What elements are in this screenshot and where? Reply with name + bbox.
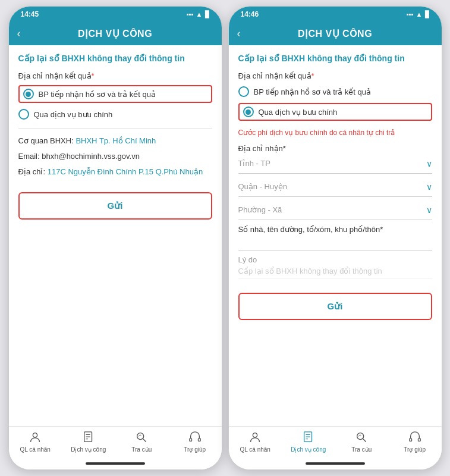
status-bar-2: 14:46 ▪▪▪ ▲ ▊ [229,7,442,22]
nav-ql-ca-nhan-2[interactable]: QL cá nhân [229,430,282,453]
svg-rect-8 [198,439,200,441]
bottom-nav-1: QL cá nhân Dịch vụ công [9,426,222,458]
tinh-placeholder: Tỉnh - TP [238,159,270,168]
nav-label-tc-2: Tra cứu [351,446,372,453]
search-icon-1 [134,430,149,444]
radio-option-1b[interactable]: Qua dịch vụ bưu chính [18,108,212,121]
radio-circle-2a [238,86,249,97]
content-1: Cấp lại sổ BHXH không thay đổi thông tin… [9,45,222,426]
send-button-2[interactable]: Gửi [238,293,432,320]
email-label: Email: [18,152,40,161]
time-2: 14:46 [241,10,259,18]
send-button-1[interactable]: Gửi [18,192,212,220]
phuong-arrow-icon: ∨ [426,205,432,215]
nav-label-ql-2: QL cá nhân [240,446,270,453]
radio-circle-1b [18,109,29,120]
co-quan-label: Cơ quan BHXH: [18,136,74,145]
radio-group-2: BP tiếp nhận hồ sơ và trả kết quả Qua dị… [238,85,432,121]
radio-label-2a: BP tiếp nhận hồ sơ và trả kết quả [254,87,371,96]
content-2: Cấp lại sổ BHXH không thay đổi thông tin… [229,45,442,426]
signal-icon: ▪▪▪ [187,11,194,18]
tinh-dropdown[interactable]: Tỉnh - TP ∨ [238,154,432,174]
header-1: ‹ DỊCH VỤ CÔNG [9,22,222,45]
person-icon-1 [28,430,42,444]
back-button-1[interactable]: ‹ [17,27,21,40]
status-icons-1: ▪▪▪ ▲ ▊ [187,11,210,18]
search-icon-2 [354,430,369,444]
ly-do-label-2: Lý do [238,255,432,264]
nav-label-tc-1: Tra cứu [131,446,152,453]
nav-dich-vu-cong-1[interactable]: Dịch vụ công [62,430,115,453]
signal-icon-2: ▪▪▪ [407,11,414,18]
required-star-2: * [311,71,314,80]
header-2: ‹ DỊCH VỤ CÔNG [229,22,442,45]
address-value: 117C Nguyễn Đình Chính P.15 Q.Phú Nhuận [48,167,203,176]
page-title-1: Cấp lại sổ BHXH không thay đổi thông tin [18,54,212,63]
nav-tra-cuu-1[interactable]: Tra cứu [115,430,169,453]
divider-1 [18,128,212,129]
phuong-placeholder: Phường - Xã [238,205,282,214]
home-bar-2 [306,462,365,465]
radio-option-2b[interactable]: Qua dịch vụ bưu chính [238,103,432,121]
nav-label-ql-1: QL cá nhân [20,446,51,453]
document-icon-2 [301,430,316,444]
nav-label-dv-2: Dịch vụ công [291,446,326,453]
nav-tro-giup-1[interactable]: Trợ giúp [168,430,222,453]
svg-point-0 [33,433,37,437]
nav-dich-vu-cong-2[interactable]: Dịch vụ công [282,430,335,453]
address-label-2: Địa chỉ nhận kết quả* [238,71,432,80]
nav-label-tg-2: Trợ giúp [404,446,426,453]
co-quan-row: Cơ quan BHXH: BHXH Tp. Hồ Chí Minh [18,136,212,146]
radio-label-2b: Qua dịch vụ bưu chính [259,108,338,117]
bottom-nav-2: QL cá nhân Dịch vụ công [229,426,442,458]
email-value: bhxh@hochiminh.vss.gov.vn [42,152,140,161]
svg-line-6 [143,439,146,441]
street-input-2[interactable] [238,234,432,250]
phone-screen-2: 14:46 ▪▪▪ ▲ ▊ ‹ DỊCH VỤ CÔNG Cấp lại sổ … [228,6,442,470]
person-icon-2 [248,430,262,444]
required-star-1: * [92,71,95,80]
address-group-2: Địa chỉ nhận* Tỉnh - TP ∨ Quận - Huyện ∨… [238,144,432,220]
document-icon-1 [81,430,96,444]
address-row: Địa chỉ: 117C Nguyễn Đình Chính P.15 Q.P… [18,167,212,177]
address-dropdowns-2: Tỉnh - TP ∨ Quận - Huyện ∨ Phường - Xã ∨ [238,154,432,220]
header-title-1: DỊCH VỤ CÔNG [78,28,152,39]
svg-rect-7 [190,439,192,441]
quan-arrow-icon: ∨ [426,182,432,192]
radio-option-1a[interactable]: BP tiếp nhận hồ sơ và trả kết quả [18,85,212,103]
svg-rect-17 [418,439,420,441]
header-title-2: DỊCH VỤ CÔNG [298,28,372,39]
nav-label-tg-1: Trợ giúp [184,446,206,453]
home-bar-1 [86,462,145,465]
headphone-icon-2 [408,430,422,444]
co-quan-value: BHXH Tp. Hồ Chí Minh [75,136,156,145]
nav-tra-cuu-2[interactable]: Tra cứu [335,430,389,453]
address-label-val: Địa chỉ: [18,167,46,176]
nav-label-dv-1: Dịch vụ công [71,446,106,453]
time-1: 14:45 [21,10,39,18]
radio-circle-2b [243,107,254,117]
ly-do-value-2: Cấp lại sổ BHXH không thay đổi thông tin [238,264,432,278]
wifi-icon: ▲ [196,11,203,18]
svg-point-9 [253,433,257,437]
back-button-2[interactable]: ‹ [237,27,241,40]
radio-option-2a[interactable]: BP tiếp nhận hồ sơ và trả kết quả [238,85,432,98]
status-icons-2: ▪▪▪ ▲ ▊ [407,11,430,18]
headphone-icon-1 [188,430,202,444]
home-indicator-1 [9,458,222,469]
tinh-arrow-icon: ∨ [426,159,432,168]
address-label-1: Địa chỉ nhận kết quả* [18,71,212,80]
status-bar-1: 14:45 ▪▪▪ ▲ ▊ [9,7,222,22]
phone-screen-1: 14:45 ▪▪▪ ▲ ▊ ‹ DỊCH VỤ CÔNG Cấp lại sổ … [8,6,222,470]
battery-icon: ▊ [205,11,210,18]
radio-label-1b: Qua dịch vụ bưu chính [34,110,113,119]
quan-dropdown[interactable]: Quận - Huyện ∨ [238,177,432,197]
page-title-2: Cấp lại sổ BHXH không thay đổi thông tin [238,54,432,63]
svg-line-15 [363,439,366,441]
home-indicator-2 [229,458,442,469]
email-row: Email: bhxh@hochiminh.vss.gov.vn [18,151,212,162]
phuong-dropdown[interactable]: Phường - Xã ∨ [238,201,432,220]
wifi-icon-2: ▲ [416,11,423,18]
nav-tro-giup-2[interactable]: Trợ giúp [388,430,442,453]
nav-ql-ca-nhan-1[interactable]: QL cá nhân [9,430,62,453]
